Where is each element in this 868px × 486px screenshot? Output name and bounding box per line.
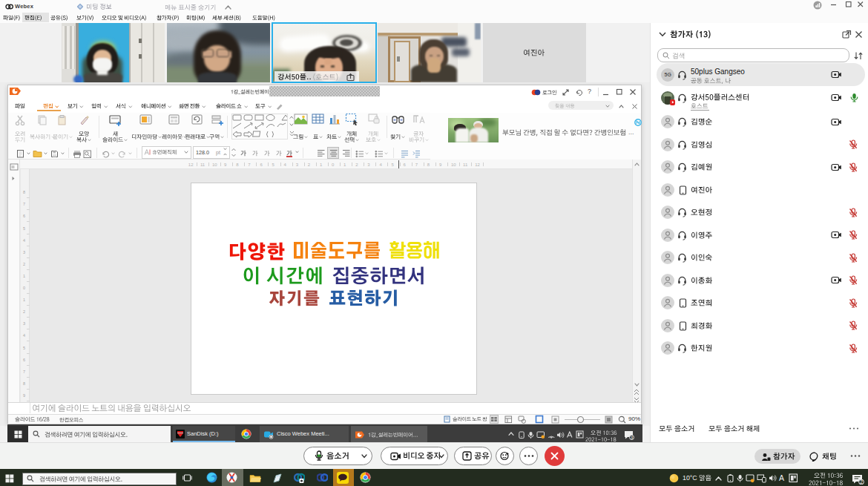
svg-text:3: 3 — [631, 435, 633, 439]
svg-text:2: 2 — [860, 479, 863, 485]
